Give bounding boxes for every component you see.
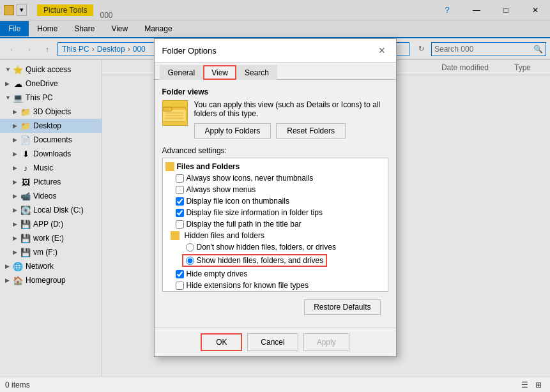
files-folders-header: Files and Folders: [165, 161, 385, 172]
setting-full-path: Display the full path in the title bar: [165, 218, 385, 230]
dialog-title: Folder Options: [162, 46, 217, 56]
label-full-path: Display the full path in the title bar: [187, 220, 302, 229]
dialog-tabs: General View Search: [155, 63, 396, 80]
setting-display-file-icon: Display file icon on thumbnails: [165, 195, 385, 207]
modal-overlay: Folder Options ✕ General View Search Fol…: [0, 0, 550, 377]
svg-rect-3: [165, 112, 183, 114]
label-always-icons: Always show icons, never thumbnails: [187, 174, 314, 183]
label-hide-empty-drives: Hide empty drives: [187, 269, 248, 278]
apply-to-folders-btn[interactable]: Apply to Folders: [194, 123, 271, 139]
hidden-files-label: Hidden files and folders: [185, 231, 264, 240]
folder-views-title: Folder views: [162, 87, 388, 96]
setting-always-menus: Always show menus: [165, 184, 385, 195]
rb-show-hidden[interactable]: [186, 257, 194, 265]
cancel-btn[interactable]: Cancel: [247, 333, 298, 351]
folder-views-section: You can apply this view (such as Details…: [162, 100, 388, 139]
setting-file-size-info: Display file size information in folder …: [165, 207, 385, 218]
folder-views-buttons: Apply to Folders Reset Folders: [194, 123, 388, 139]
detail-view-btn[interactable]: ☰: [518, 379, 531, 391]
item-count: 0 items: [5, 381, 30, 389]
apply-btn[interactable]: Apply: [303, 333, 349, 351]
svg-rect-2: [163, 107, 172, 111]
view-controls: ☰ ⊞: [518, 379, 545, 391]
cb-hide-extensions[interactable]: [176, 282, 184, 290]
svg-rect-4: [165, 115, 183, 116]
cb-full-path[interactable]: [176, 220, 184, 229]
show-hidden-highlight: Show hidden files, folders, and drives: [182, 254, 328, 267]
label-dont-show-hidden: Don't show hidden files, folders, or dri…: [197, 243, 336, 252]
cb-always-menus[interactable]: [176, 186, 184, 194]
dialog-bottom: OK Cancel Apply: [155, 328, 396, 356]
cb-hide-empty-drives[interactable]: [176, 270, 184, 278]
label-always-menus: Always show menus: [187, 185, 256, 194]
setting-hide-merge-conflicts: Hide folder merge conflicts: [165, 291, 385, 292]
label-show-hidden: Show hidden files, folders, and drives: [197, 256, 324, 265]
status-bar: 0 items ☰ ⊞: [0, 377, 550, 392]
files-folders-icon: [165, 162, 174, 171]
label-file-size-info: Display file size information in folder …: [187, 208, 323, 217]
setting-always-icons: Always show icons, never thumbnails: [165, 172, 385, 184]
ok-btn[interactable]: OK: [201, 333, 242, 351]
tab-general[interactable]: General: [160, 65, 204, 80]
tab-search[interactable]: Search: [236, 65, 277, 80]
setting-show-hidden: Show hidden files, folders, and drives: [165, 253, 385, 268]
reset-folders-btn[interactable]: Reset Folders: [276, 123, 346, 139]
label-hide-extensions: Hide extensions for known file types: [187, 281, 309, 290]
advanced-settings-label: Advanced settings:: [162, 146, 388, 155]
dialog-footer: Restore Defaults: [162, 294, 388, 320]
svg-rect-5: [165, 117, 183, 119]
restore-defaults-btn[interactable]: Restore Defaults: [304, 299, 380, 315]
cb-display-file-icon[interactable]: [176, 197, 184, 206]
settings-list[interactable]: Files and Folders Always show icons, nev…: [162, 158, 388, 292]
folder-icon-preview: [162, 100, 188, 126]
cb-always-icons[interactable]: [176, 174, 184, 183]
folder-options-dialog: Folder Options ✕ General View Search Fol…: [154, 38, 397, 357]
hidden-files-header: Hidden files and folders: [165, 230, 385, 241]
setting-dont-show-hidden: Don't show hidden files, folders, or dri…: [165, 241, 385, 253]
tab-view[interactable]: View: [203, 65, 236, 80]
rb-dont-show-hidden[interactable]: [186, 243, 194, 252]
label-display-file-icon: Display file icon on thumbnails: [187, 197, 289, 206]
dialog-body: Folder views You can apply this view (su…: [155, 80, 396, 328]
cb-file-size-info[interactable]: [176, 209, 184, 217]
large-icon-view-btn[interactable]: ⊞: [532, 379, 545, 391]
dialog-close-btn[interactable]: ✕: [376, 44, 388, 57]
folder-views-info: You can apply this view (such as Details…: [194, 100, 388, 139]
folder-views-description: You can apply this view (such as Details…: [194, 100, 388, 118]
setting-hide-extensions: Hide extensions for known file types: [165, 280, 385, 291]
setting-hide-empty-drives: Hide empty drives: [165, 268, 385, 280]
files-folders-label: Files and Folders: [177, 162, 240, 171]
hidden-folder-icon: [171, 231, 180, 240]
dialog-title-bar: Folder Options ✕: [155, 39, 396, 63]
